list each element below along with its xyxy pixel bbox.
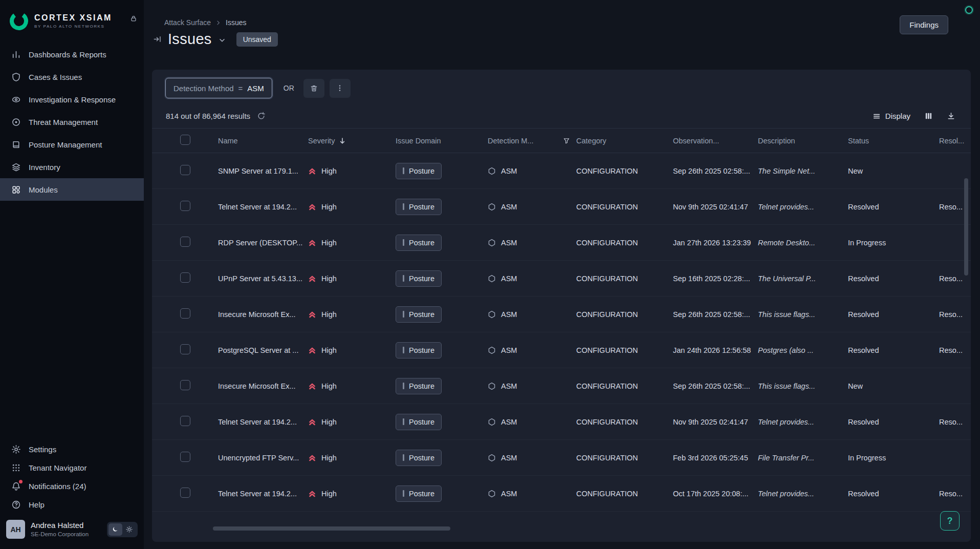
light-mode-button[interactable] bbox=[122, 523, 136, 536]
table-row[interactable]: PostgreSQL Server at ... High Posture bbox=[152, 332, 971, 368]
help-icon bbox=[11, 500, 21, 510]
dark-mode-button[interactable] bbox=[108, 523, 122, 536]
row-checkbox[interactable] bbox=[180, 488, 190, 498]
refresh-icon[interactable] bbox=[257, 112, 266, 120]
cell-detection-method: ASM bbox=[488, 368, 576, 404]
table-row[interactable]: Unencrypted FTP Serv... High Posture A bbox=[152, 440, 971, 476]
title-dropdown-icon[interactable] bbox=[218, 36, 226, 45]
row-checkbox[interactable] bbox=[180, 416, 190, 426]
column-header-category[interactable]: Category bbox=[576, 129, 673, 153]
cell-name[interactable]: UPnP Server at 5.43.13... bbox=[218, 261, 308, 297]
columns-icon[interactable] bbox=[924, 112, 933, 120]
page-header: Attack Surface Issues Issues Unsaved Fin… bbox=[152, 0, 971, 70]
help-button[interactable]: ? bbox=[940, 511, 960, 531]
cell-severity: High bbox=[308, 332, 396, 368]
issue-domain-label: Posture bbox=[409, 310, 434, 319]
sidebar-item-notifications[interactable]: Notifications (24) bbox=[0, 477, 144, 495]
horizontal-scrollbar[interactable] bbox=[213, 526, 450, 531]
export-download-icon[interactable] bbox=[947, 112, 955, 120]
detection-method-label: ASM bbox=[501, 274, 517, 283]
row-checkbox[interactable] bbox=[180, 165, 190, 175]
cell-name[interactable]: RDP Server (DESKTOP... bbox=[218, 225, 308, 261]
sidebar-collapse-toggle-icon[interactable] bbox=[153, 35, 162, 44]
row-checkbox[interactable] bbox=[180, 201, 190, 211]
sidebar-item-threat-management[interactable]: Threat Management bbox=[0, 111, 144, 133]
vertical-scrollbar[interactable] bbox=[964, 178, 968, 276]
cell-observation: Jan 27th 2026 13:23:39 bbox=[673, 225, 758, 261]
breadcrumb-issues[interactable]: Issues bbox=[226, 18, 246, 27]
column-header-observation[interactable]: Observation... bbox=[673, 129, 758, 153]
sidebar-item-help[interactable]: Help bbox=[0, 495, 144, 514]
sidebar-item-label: Inventory bbox=[29, 163, 60, 172]
avatar[interactable]: AH bbox=[6, 520, 25, 539]
cell-name[interactable]: Telnet Server at 194.2... bbox=[218, 189, 308, 225]
column-header-resolution[interactable]: Resol... bbox=[939, 129, 971, 153]
table-row[interactable]: UPnP Server at 5.43.13... High Posture bbox=[152, 261, 971, 297]
asm-hexagon-icon bbox=[488, 490, 496, 498]
sidebar-item-tenant-navigator[interactable]: Tenant Navigator bbox=[0, 458, 144, 477]
row-checkbox[interactable] bbox=[180, 380, 190, 390]
delete-filter-button[interactable] bbox=[303, 79, 324, 98]
table-row[interactable]: Telnet Server at 194.2... High Posture bbox=[152, 404, 971, 440]
filter-more-button[interactable] bbox=[330, 79, 351, 98]
table-row[interactable]: Insecure Microsoft Ex... High Posture bbox=[152, 297, 971, 332]
brand: CORTEX XSIAM BY PALO ALTO NETWORKS bbox=[0, 0, 144, 38]
cell-name[interactable]: Telnet Server at 194.2... bbox=[218, 404, 308, 440]
column-header-description[interactable]: Description bbox=[758, 129, 848, 153]
cell-name[interactable]: Telnet Server at 194.2... bbox=[218, 476, 308, 512]
user-profile[interactable]: AH Andrea Halsted SE-Demo Corporation bbox=[0, 514, 144, 547]
badge-bar-icon bbox=[403, 203, 404, 210]
issue-domain-badge: Posture bbox=[396, 163, 442, 179]
filter-funnel-icon[interactable] bbox=[563, 137, 570, 144]
table-row[interactable]: Telnet Server at 194.2... High Posture bbox=[152, 189, 971, 225]
cell-name[interactable]: Unencrypted FTP Serv... bbox=[218, 440, 308, 476]
display-button[interactable]: Display bbox=[873, 112, 910, 120]
cell-name[interactable]: PostgreSQL Server at ... bbox=[218, 332, 308, 368]
cell-name[interactable]: Insecure Microsoft Ex... bbox=[218, 297, 308, 332]
table-row[interactable]: SNMP Server at 179.1... High Posture A bbox=[152, 153, 971, 189]
cortex-logo-icon bbox=[9, 11, 29, 31]
sidebar-item-dashboards-reports[interactable]: Dashboards & Reports bbox=[0, 43, 144, 66]
row-checkbox[interactable] bbox=[180, 272, 190, 283]
filter-operator: = bbox=[238, 84, 243, 93]
select-all-checkbox[interactable] bbox=[180, 135, 190, 145]
cell-name[interactable]: SNMP Server at 179.1... bbox=[218, 153, 308, 189]
cell-category: CONFIGURATION bbox=[576, 332, 673, 368]
sidebar-item-inventory[interactable]: Inventory bbox=[0, 156, 144, 178]
cell-issue-domain: Posture bbox=[396, 189, 488, 225]
findings-button[interactable]: Findings bbox=[900, 15, 948, 34]
issues-table: Name Severity Issue Domain bbox=[152, 128, 971, 512]
column-header-severity[interactable]: Severity bbox=[308, 129, 396, 153]
theme-toggle[interactable] bbox=[107, 522, 138, 537]
table-row[interactable]: Telnet Server at 194.2... High Posture bbox=[152, 476, 971, 512]
column-header-issue-domain[interactable]: Issue Domain bbox=[396, 129, 488, 153]
table-row[interactable]: Insecure Microsoft Ex... High Posture bbox=[152, 368, 971, 404]
user-name: Andrea Halsted bbox=[31, 521, 89, 530]
sidebar-item-cases-issues[interactable]: Cases & Issues bbox=[0, 66, 144, 88]
row-checkbox[interactable] bbox=[180, 452, 190, 462]
row-checkbox[interactable] bbox=[180, 237, 190, 247]
cell-observation: Jan 24th 2026 12:56:58 bbox=[673, 332, 758, 368]
sidebar-item-posture-management[interactable]: Posture Management bbox=[0, 133, 144, 156]
cell-detection-method: ASM bbox=[488, 476, 576, 512]
row-checkbox[interactable] bbox=[180, 308, 190, 319]
detection-method-label: ASM bbox=[501, 167, 517, 175]
column-header-name[interactable]: Name bbox=[218, 129, 308, 153]
filter-chip-detection-method[interactable]: Detection Method = ASM bbox=[165, 78, 272, 98]
main-content: Attack Surface Issues Issues Unsaved Fin… bbox=[144, 0, 980, 549]
cell-name[interactable]: Insecure Microsoft Ex... bbox=[218, 368, 308, 404]
row-checkbox[interactable] bbox=[180, 344, 190, 354]
column-header-status[interactable]: Status bbox=[848, 129, 939, 153]
table-row[interactable]: RDP Server (DESKTOP... High Posture AS bbox=[152, 225, 971, 261]
threat-icon bbox=[11, 117, 21, 127]
sidebar-item-investigation-response[interactable]: Investigation & Response bbox=[0, 88, 144, 111]
column-header-detection-method[interactable]: Detection M... bbox=[488, 129, 576, 153]
cell-category: CONFIGURATION bbox=[576, 404, 673, 440]
sidebar-item-settings[interactable]: Settings bbox=[0, 440, 144, 458]
cell-severity: High bbox=[308, 476, 396, 512]
breadcrumb-attack-surface[interactable]: Attack Surface bbox=[164, 18, 211, 27]
cell-description: File Transfer Pr... bbox=[758, 440, 848, 476]
severity-label: High bbox=[321, 382, 337, 390]
cell-observation: Feb 3rd 2026 05:25:45 bbox=[673, 440, 758, 476]
sidebar-item-modules[interactable]: Modules bbox=[0, 178, 144, 201]
